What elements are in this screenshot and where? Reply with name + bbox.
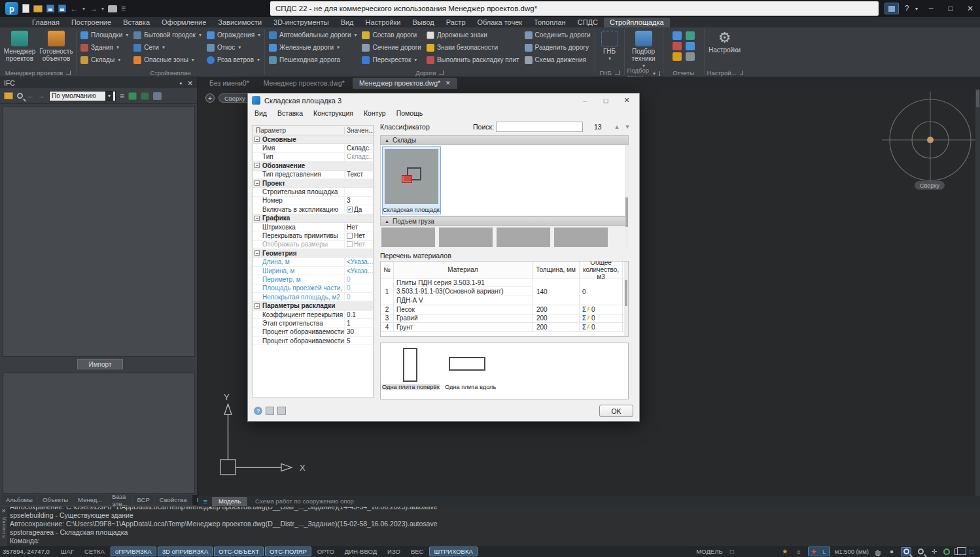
- tab-3d-instrumenty[interactable]: 3D-инструменты: [268, 18, 335, 27]
- prev-item-button[interactable]: ▲: [612, 122, 621, 131]
- link-forward-icon[interactable]: →: [38, 92, 45, 99]
- view-name-button[interactable]: Сверху: [219, 93, 251, 103]
- print-icon[interactable]: [108, 5, 117, 12]
- dialog-maximize-button[interactable]: □: [597, 95, 614, 106]
- doc-tab-manager-2[interactable]: Менеджер проектов.dwg*✕: [353, 78, 457, 89]
- join-roads-button[interactable]: Соединить дороги: [523, 29, 592, 41]
- menu-pomoshch[interactable]: Помощь: [396, 109, 423, 117]
- camp-button[interactable]: Бытовой городок▾: [132, 29, 203, 41]
- report-spec-icon[interactable]: [686, 42, 695, 50]
- param-row[interactable]: Этап строительства1: [253, 319, 373, 328]
- vertical-scrollbar[interactable]: [975, 89, 980, 496]
- collapse-icon[interactable]: −: [254, 137, 260, 142]
- tab-vcp[interactable]: ВСР: [133, 495, 154, 505]
- group-label-manager[interactable]: Менеджер проектов: [0, 68, 76, 77]
- annotation-scale-icon[interactable]: L: [819, 547, 830, 556]
- layout-grid-icon[interactable]: ≡: [200, 498, 211, 505]
- param-row[interactable]: Процент оборачиваемости 2, %5: [253, 337, 373, 345]
- pan-move-icon[interactable]: ✛: [930, 548, 939, 556]
- settings-button[interactable]: ⚙ Настройки: [707, 29, 743, 54]
- toggle-otrack-polar[interactable]: ОТС-ПОЛЯР: [265, 547, 311, 556]
- param-section[interactable]: −Геометрия: [253, 249, 373, 258]
- dialog-launcher-icon[interactable]: [439, 71, 444, 75]
- menu-kontur[interactable]: Контур: [364, 109, 386, 117]
- param-row[interactable]: Перекрывать примитивыНет: [253, 231, 373, 240]
- road-signs-button[interactable]: Дорожные знаки: [425, 29, 521, 41]
- command-prompt[interactable]: Команда:: [10, 537, 980, 545]
- dialog-launcher-icon[interactable]: [615, 71, 620, 75]
- help-icon[interactable]: ?: [254, 407, 262, 415]
- toggle-ortho[interactable]: ОРТО: [313, 547, 339, 556]
- plate-layout-button[interactable]: Выполнить раскладку плит: [425, 54, 521, 65]
- lift-option-thumbnail[interactable]: [439, 228, 493, 247]
- close-tab-icon[interactable]: ✕: [446, 80, 451, 86]
- tech-selection-button[interactable]: Подбор техники ▾: [627, 29, 660, 69]
- checkbox-checked-icon[interactable]: ✔: [347, 207, 353, 212]
- dialog-view-icon[interactable]: [277, 407, 286, 415]
- export-objects-icon[interactable]: [141, 92, 149, 100]
- auto-roads-button[interactable]: Автомобильные дороги▾: [268, 29, 358, 41]
- tab-oblaka-tochek[interactable]: Облака точек: [472, 18, 529, 27]
- menu-vstavka[interactable]: Вставка: [277, 109, 303, 117]
- ifc-details-area[interactable]: [3, 373, 195, 494]
- param-section[interactable]: −Обозначение: [253, 161, 373, 170]
- toggle-dyn-input[interactable]: ДИН-ВВОД: [340, 547, 381, 556]
- safety-signs-button[interactable]: Знаки безопасности: [425, 42, 521, 53]
- new-file-icon[interactable]: [22, 4, 29, 13]
- scrollbar-thumb[interactable]: [976, 90, 979, 107]
- search-icon[interactable]: [17, 93, 23, 99]
- view-compass[interactable]: [881, 90, 980, 190]
- ok-button[interactable]: OK: [599, 405, 633, 417]
- object-readiness-button[interactable]: Готовность объектов: [39, 29, 73, 62]
- toggle-otrack-object[interactable]: ОТС-ОБЪЕКТ: [214, 547, 264, 556]
- redo-icon[interactable]: →: [89, 5, 97, 13]
- zoom-active-icon[interactable]: [901, 547, 911, 556]
- app-logo-icon[interactable]: p: [5, 2, 18, 15]
- open-file-icon[interactable]: [33, 5, 43, 12]
- tab-oformlenie[interactable]: Оформление: [156, 18, 212, 27]
- zoom-window-icon[interactable]: [916, 548, 925, 556]
- param-row[interactable]: Процент оборачиваемости 1, %30: [253, 328, 373, 337]
- report-icon[interactable]: [153, 92, 162, 100]
- tab-albums[interactable]: Альбомы: [1, 495, 37, 505]
- toggle-3d-osnap[interactable]: 3D оПРИВЯЗКА: [158, 547, 213, 556]
- import-objects-icon[interactable]: [128, 92, 137, 100]
- undo-icon[interactable]: ←: [70, 5, 79, 13]
- dialog-launcher-icon[interactable]: [659, 71, 660, 76]
- material-row[interactable]: 4 Грунт 200 Σ0: [381, 323, 628, 332]
- tab-spds[interactable]: СПДС: [572, 18, 604, 27]
- save-as-icon[interactable]: [58, 5, 66, 12]
- plate-across-label[interactable]: Одна плита поперёк: [382, 384, 440, 390]
- link-back-icon[interactable]: ←: [27, 92, 34, 99]
- doc-tab-unnamed[interactable]: Без имени0*: [203, 78, 256, 89]
- report-table-icon[interactable]: [673, 31, 682, 40]
- project-manager-button[interactable]: Менеджер проектов: [3, 29, 37, 62]
- plate-along-preview[interactable]: [449, 357, 485, 371]
- group-label-roads[interactable]: Дороги: [265, 68, 594, 77]
- param-row[interactable]: Коэффициент перекрытия0.1: [253, 311, 373, 319]
- tab-zavisimosti[interactable]: Зависимости: [212, 18, 268, 27]
- param-row[interactable]: Тип представленияТекст: [253, 171, 373, 179]
- collapse-icon[interactable]: −: [254, 163, 260, 168]
- param-section[interactable]: −Графика: [253, 214, 373, 223]
- toggle-iso[interactable]: ИЗО: [383, 547, 405, 556]
- tab-stroyploshchadka[interactable]: Стройплощадка: [604, 18, 670, 27]
- collapse-icon[interactable]: −: [254, 216, 260, 221]
- toggle-grid[interactable]: СЕТКА: [80, 547, 109, 556]
- lift-option-thumbnail[interactable]: [554, 228, 608, 247]
- plate-along-label[interactable]: Одна плита вдоль: [445, 384, 496, 390]
- menu-konstrukciya[interactable]: Конструкция: [313, 109, 353, 117]
- pin-icon[interactable]: ▪: [179, 79, 182, 87]
- group-label-gnb[interactable]: ГНБ: [595, 68, 624, 77]
- material-row[interactable]: 3 Гравий 200 Σ0: [381, 314, 628, 324]
- close-button[interactable]: ✕: [960, 1, 980, 16]
- import-button[interactable]: Импорт: [77, 359, 123, 369]
- sites-button[interactable]: Площадки▾: [79, 29, 130, 41]
- annotation-marker-icon[interactable]: ✚: [809, 547, 819, 556]
- close-command-line-icon[interactable]: ✕: [1, 508, 6, 514]
- warehouses-button[interactable]: Склады▾: [79, 54, 130, 65]
- classifier-group-lift[interactable]: ▲Подъем груза: [380, 216, 629, 226]
- redo-dropdown-icon[interactable]: ▾: [101, 6, 104, 12]
- model-space-button[interactable]: МОДЕЛЬ: [696, 548, 722, 555]
- classifier-item-selected[interactable]: Складская площадка: [382, 146, 441, 214]
